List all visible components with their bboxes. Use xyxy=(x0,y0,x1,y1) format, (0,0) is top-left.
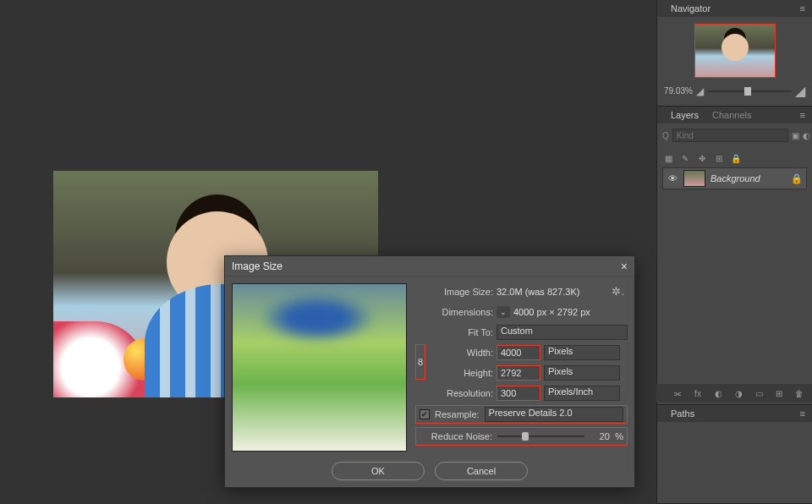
image-preview[interactable] xyxy=(232,283,407,452)
fit-to-row: Fit To: Custom xyxy=(415,324,628,341)
dimensions-label: Dimensions: xyxy=(415,307,493,317)
link-layers-icon[interactable]: ⫘ xyxy=(672,387,683,399)
width-input[interactable] xyxy=(497,345,540,360)
right-panels: Navigator ≡ 79.03% ◢ ◢ Layers Channels ≡… xyxy=(656,0,812,504)
width-row: Width: Pixels xyxy=(431,344,628,361)
resolution-unit-select[interactable]: Pixels/Inch xyxy=(544,386,620,401)
image-size-label: Image Size: xyxy=(415,287,493,297)
reduce-noise-slider[interactable] xyxy=(497,436,584,437)
width-label: Width: xyxy=(431,348,493,358)
gear-icon[interactable]: ✲. xyxy=(612,285,624,298)
width-unit-select[interactable]: Pixels xyxy=(544,345,620,360)
reduce-noise-label: Reduce Noise: xyxy=(420,431,492,441)
resample-checkbox[interactable]: ✔ xyxy=(420,409,430,419)
navigator-tab[interactable]: Navigator xyxy=(664,1,717,16)
panel-menu-icon[interactable]: ≡ xyxy=(800,408,805,419)
zoom-out-icon[interactable]: ◢ xyxy=(696,85,704,97)
resolution-input[interactable] xyxy=(497,386,540,401)
visibility-toggle-icon[interactable]: 👁 xyxy=(667,173,678,184)
lock-all-icon[interactable]: 🔒 xyxy=(730,152,742,164)
constrain-proportions-toggle[interactable]: 8 xyxy=(415,344,425,380)
search-icon: Q xyxy=(662,131,669,140)
reduce-noise-unit: % xyxy=(610,431,623,441)
zoom-in-icon[interactable]: ◢ xyxy=(795,83,805,99)
resolution-label: Resolution: xyxy=(415,388,493,398)
dialog-title: Image Size xyxy=(232,260,283,272)
image-size-dialog: Image Size × ✲. Image Size: 32.0M (was 8… xyxy=(224,255,635,488)
dimensions-value: 4000 px × 2792 px xyxy=(513,307,590,317)
navigator-thumbnail[interactable] xyxy=(694,24,776,78)
slider-thumb[interactable] xyxy=(522,432,529,441)
fit-to-select[interactable]: Custom xyxy=(497,325,628,340)
paths-tab[interactable]: Paths xyxy=(664,406,701,421)
ok-button[interactable]: OK xyxy=(332,462,425,480)
new-layer-icon[interactable]: ⊞ xyxy=(773,387,785,399)
group-icon[interactable]: ▭ xyxy=(753,387,765,399)
navigator-zoom-value[interactable]: 79.03% xyxy=(664,86,693,96)
height-label: Height: xyxy=(431,368,493,378)
dimensions-unit-toggle[interactable]: ⌄ xyxy=(497,306,510,318)
resample-label: Resample: xyxy=(435,409,480,419)
reduce-noise-row: Reduce Noise: 20 % xyxy=(415,427,628,446)
close-icon[interactable]: × xyxy=(621,260,628,273)
layers-tab[interactable]: Layers xyxy=(664,107,705,123)
layers-panel: Layers Channels ≡ Q ▣ ◐ T ▭ ◫ ▯ ▦ ✎ xyxy=(657,107,812,405)
lock-transparent-icon[interactable]: ▦ xyxy=(662,152,674,164)
layer-name[interactable]: Background xyxy=(710,173,786,184)
mask-icon[interactable]: ◐ xyxy=(712,387,724,399)
cancel-button[interactable]: Cancel xyxy=(435,462,528,480)
height-row: Height: Pixels xyxy=(431,364,628,381)
delete-icon[interactable]: 🗑 xyxy=(793,387,805,399)
layer-item-background[interactable]: 👁 Background 🔒 xyxy=(662,167,807,189)
layer-thumbnail[interactable] xyxy=(683,170,705,187)
height-input[interactable] xyxy=(497,365,540,381)
resolution-row: Resolution: Pixels/Inch xyxy=(415,385,628,402)
dimensions-row: Dimensions: ⌄ 4000 px × 2792 px xyxy=(415,304,628,320)
image-detail xyxy=(123,338,166,381)
panel-menu-icon[interactable]: ≡ xyxy=(800,110,805,120)
lock-pixels-icon[interactable]: ✎ xyxy=(679,152,691,164)
resample-row: ✔ Resample: Preserve Details 2.0 xyxy=(415,405,628,424)
lock-position-icon[interactable]: ✥ xyxy=(696,152,708,164)
reduce-noise-value: 20 xyxy=(590,431,610,441)
filter-image-icon[interactable]: ▣ xyxy=(792,129,799,141)
paths-body[interactable] xyxy=(657,422,812,503)
image-size-value: 32.0M (was 827.3K) xyxy=(497,287,579,297)
layers-bottom-toolbar: ⫘ fx ◐ ◑ ▭ ⊞ 🗑 xyxy=(656,384,812,403)
resample-method-select[interactable]: Preserve Details 2.0 xyxy=(485,407,623,422)
image-size-row: Image Size: 32.0M (was 827.3K) xyxy=(415,283,628,300)
dialog-titlebar[interactable]: Image Size × xyxy=(225,256,634,277)
filter-adjust-icon[interactable]: ◐ xyxy=(803,129,810,141)
adjustment-layer-icon[interactable]: ◑ xyxy=(732,387,744,399)
fit-to-label: Fit To: xyxy=(415,327,493,337)
layer-lock-toolbar: ▦ ✎ ✥ ⊞ 🔒 xyxy=(662,152,807,164)
paths-panel: Paths ≡ xyxy=(657,405,812,504)
fx-icon[interactable]: fx xyxy=(692,387,704,399)
navigator-zoom-slider[interactable] xyxy=(707,90,792,92)
channels-tab[interactable]: Channels xyxy=(705,107,758,123)
height-unit-select[interactable]: Pixels xyxy=(544,365,620,381)
zoom-thumb[interactable] xyxy=(744,87,751,96)
artboard-icon[interactable]: ⊞ xyxy=(713,152,725,164)
layer-filter-input[interactable] xyxy=(672,129,788,142)
panel-menu-icon[interactable]: ≡ xyxy=(800,3,805,14)
navigator-panel: Navigator ≡ 79.03% ◢ ◢ xyxy=(657,0,812,107)
lock-icon[interactable]: 🔒 xyxy=(791,173,803,184)
